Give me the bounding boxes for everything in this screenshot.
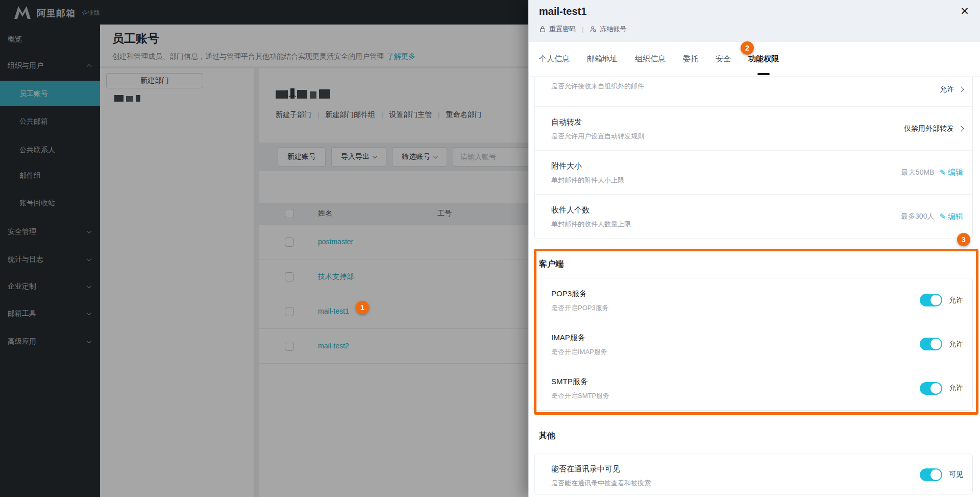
setting-subtitle: 单封邮件的附件大小上限 bbox=[551, 176, 624, 185]
section-header-client: 客户端 bbox=[539, 259, 973, 270]
other-settings-card: 能否在通讯录中可见 是否能在通讯录中被查看和被搜索 可见 bbox=[534, 454, 973, 494]
tab-personal-info[interactable]: 个人信息 bbox=[539, 42, 570, 77]
panel-title: mail-test1 bbox=[539, 6, 586, 17]
close-icon[interactable]: ✕ bbox=[957, 3, 973, 19]
toggle-label: 允许 bbox=[949, 340, 963, 349]
toggle-label: 允许 bbox=[949, 296, 963, 305]
pop3-toggle[interactable] bbox=[920, 294, 942, 306]
edit-attachment-size-link[interactable]: ✎编辑 bbox=[939, 168, 963, 177]
setting-title: POP3服务 bbox=[551, 289, 609, 299]
toggle-label: 可见 bbox=[949, 470, 963, 479]
toggle-label: 允许 bbox=[949, 384, 963, 393]
section-header-other: 其他 bbox=[539, 431, 973, 441]
smtp-toggle[interactable] bbox=[920, 382, 942, 395]
setting-subtitle: 单封邮件的收件人数量上限 bbox=[551, 220, 631, 229]
setting-row-directory-visible: 能否在通讯录中可见 是否能在通讯录中被查看和被搜索 可见 bbox=[535, 454, 972, 495]
panel-header: mail-test1 ✕ 重置密码 | bbox=[529, 0, 980, 42]
setting-title: 能否在通讯录中可见 bbox=[551, 464, 651, 474]
setting-row-imap: IMAP服务 是否开启IMAP服务 允许 bbox=[535, 322, 972, 366]
setting-title: IMAP服务 bbox=[551, 333, 607, 343]
tab-org-info[interactable]: 组织信息 bbox=[635, 42, 666, 77]
setting-subtitle: 是否允许接收来自组织外的邮件 bbox=[551, 82, 644, 91]
pencil-icon: ✎ bbox=[939, 168, 946, 177]
setting-value: 最大50MB bbox=[901, 168, 935, 177]
setting-row-auto-forward[interactable]: 自动转发 是否允许用户设置自动转发规则 仅禁用外部转发 bbox=[535, 107, 972, 151]
setting-subtitle: 是否开启IMAP服务 bbox=[551, 347, 607, 357]
freeze-account-button[interactable]: 冻结账号 bbox=[590, 25, 626, 34]
setting-title: 附件大小 bbox=[551, 161, 624, 171]
setting-row-external-mail[interactable]: 是否允许接收来自组织外的邮件 允许 bbox=[535, 77, 972, 107]
annotation-badge-1: 1 bbox=[356, 301, 369, 314]
setting-row-smtp: SMTP服务 是否开启SMTP服务 允许 bbox=[535, 366, 972, 410]
setting-title: SMTP服务 bbox=[551, 377, 609, 387]
setting-subtitle: 是否允许用户设置自动转发规则 bbox=[551, 132, 644, 141]
account-detail-panel: mail-test1 ✕ 重置密码 | bbox=[528, 0, 980, 497]
imap-toggle[interactable] bbox=[920, 338, 942, 350]
setting-title: 自动转发 bbox=[551, 117, 644, 127]
tab-delegation[interactable]: 委托 bbox=[683, 42, 698, 77]
chevron-right-icon bbox=[958, 86, 964, 92]
setting-row-attachment-size: 附件大小 单封邮件的附件大小上限 最大50MB ✎编辑 bbox=[535, 151, 972, 195]
setting-value: 最多300人 bbox=[901, 212, 934, 221]
setting-subtitle: 是否能在通讯录中被查看和被搜索 bbox=[551, 479, 651, 488]
setting-value: 允许 bbox=[940, 85, 954, 94]
pencil-icon: ✎ bbox=[939, 212, 946, 221]
lock-icon bbox=[539, 26, 546, 33]
panel-content: 是否允许接收来自组织外的邮件 允许 自动转发 是否允许用户设置自动转发规则 仅禁… bbox=[529, 77, 980, 497]
client-services-card: POP3服务 是否开启POP3服务 允许 IMAP服务 是否开启IMAP服务 bbox=[534, 278, 973, 411]
reset-password-button[interactable]: 重置密码 bbox=[539, 25, 576, 34]
chevron-right-icon bbox=[958, 126, 964, 131]
setting-subtitle: 是否开启POP3服务 bbox=[551, 303, 609, 313]
setting-row-recipient-count: 收件人个数 单封邮件的收件人数量上限 最多300人 ✎编辑 bbox=[535, 195, 972, 239]
setting-row-pop3: POP3服务 是否开启POP3服务 允许 bbox=[535, 278, 972, 322]
tab-security[interactable]: 安全 bbox=[716, 42, 731, 77]
tab-mail-address[interactable]: 邮箱地址 bbox=[587, 42, 618, 77]
annotation-badge-2: 2 bbox=[741, 41, 754, 55]
setting-value: 仅禁用外部转发 bbox=[904, 124, 954, 133]
permissions-card: 是否允许接收来自组织外的邮件 允许 自动转发 是否允许用户设置自动转发规则 仅禁… bbox=[534, 77, 973, 239]
panel-tabs: 个人信息 邮箱地址 组织信息 委托 安全 功能权限 bbox=[529, 42, 980, 77]
app-window: 阿里邮箱 企业版 概览 组织与用户 员工账号 公共邮箱 公共联系人 邮件组 账号… bbox=[0, 0, 980, 497]
annotation-badge-3: 3 bbox=[957, 233, 970, 246]
modal-dim-overlay[interactable] bbox=[0, 0, 528, 497]
setting-subtitle: 是否开启SMTP服务 bbox=[551, 391, 609, 400]
directory-visible-toggle[interactable] bbox=[920, 468, 942, 481]
freeze-user-icon bbox=[590, 26, 597, 33]
panel-actions: 重置密码 | 冻结账号 bbox=[539, 25, 626, 34]
edit-recipient-count-link[interactable]: ✎编辑 bbox=[939, 212, 963, 222]
setting-title: 收件人个数 bbox=[551, 205, 631, 215]
